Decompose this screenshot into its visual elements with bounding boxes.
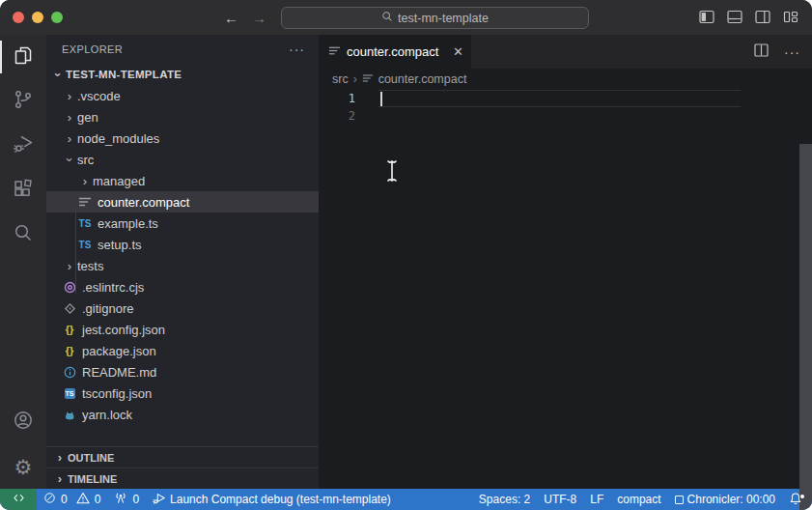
activity-settings[interactable]: ⚙: [0, 444, 46, 489]
chevron-down-icon: ›: [51, 67, 66, 82]
toggle-secondary-sidebar-icon[interactable]: [755, 10, 770, 28]
tree-item-label: setup.ts: [98, 238, 142, 252]
code-editor[interactable]: 1 2: [319, 90, 812, 489]
tree-item-label: package.json: [82, 344, 156, 358]
tab-counter-compact[interactable]: counter.compact ✕: [319, 35, 471, 69]
tree-item-label: gen: [77, 110, 98, 125]
warning-icon: [76, 492, 90, 507]
tree-item-label: tsconfig.json: [82, 386, 152, 401]
list-file-icon: [77, 195, 93, 209]
explorer-header: EXPLORER ···: [46, 35, 319, 64]
eol-item[interactable]: LF: [583, 489, 610, 510]
tree-item-label: managed: [93, 174, 145, 188]
json-icon: {}: [62, 345, 77, 356]
json-icon: {}: [62, 324, 77, 335]
debug-launch-label: Launch Compact debug (test-mn-template): [170, 493, 391, 506]
indentation-item[interactable]: Spaces: 2: [472, 489, 537, 510]
tree-root-test-mn-template[interactable]: › TEST-MN-TEMPLATE: [46, 64, 319, 85]
tree-item-label: jest.config.json: [82, 323, 165, 337]
yarn-icon: [62, 409, 77, 421]
activity-explorer[interactable]: [0, 35, 46, 79]
tree-item-label: .vscode: [77, 89, 121, 103]
tree-item-managed[interactable]: › managed: [46, 170, 319, 191]
close-window-button[interactable]: [13, 12, 24, 23]
settings-gear-icon: ⚙: [14, 457, 33, 477]
tree-item-gitignore[interactable]: .gitignore: [46, 298, 319, 319]
tree-item-node-modules[interactable]: › node_modules: [46, 128, 319, 149]
tree-item-src[interactable]: › src: [46, 149, 319, 170]
activity-extensions[interactable]: [0, 168, 46, 212]
activity-source-control[interactable]: [0, 79, 46, 124]
eol-label: LF: [590, 493, 603, 506]
minimize-window-button[interactable]: [32, 12, 43, 23]
toggle-panel-icon[interactable]: [727, 10, 742, 28]
tree-item-jest-config[interactable]: {} jest.config.json: [46, 319, 319, 340]
ports-count: 0: [132, 493, 139, 506]
command-center-search[interactable]: test-mn-template: [281, 7, 589, 29]
ports-indicator[interactable]: 0: [107, 489, 146, 510]
vscode-window: ← → test-mn-template: [0, 0, 812, 510]
forward-button[interactable]: →: [252, 10, 266, 26]
editor-scrollbar[interactable]: [799, 144, 812, 510]
run-debug-icon: [12, 132, 35, 159]
tree-item-eslintrc[interactable]: .eslintrc.cjs: [46, 276, 319, 298]
chevron-right-icon: ›: [77, 174, 93, 188]
source-control-icon: [12, 88, 35, 115]
activity-accounts[interactable]: [0, 400, 46, 444]
chronicler-item[interactable]: Chronicler: 00:00: [668, 489, 782, 510]
search-icon: [12, 221, 35, 248]
more-actions-icon[interactable]: ···: [784, 44, 800, 60]
notification-dot: [800, 495, 804, 498]
tree-item-tsconfig[interactable]: TS tsconfig.json: [46, 382, 319, 404]
encoding-item[interactable]: UTF-8: [537, 489, 583, 510]
status-bar: 0 0 0 Launch Compact debug (test-mn-temp…: [0, 489, 812, 510]
toggle-primary-sidebar-icon[interactable]: [699, 10, 714, 28]
tree-item-gen[interactable]: › gen: [46, 106, 319, 128]
remote-indicator[interactable]: [0, 489, 37, 510]
tree-item-setup-ts[interactable]: TS setup.ts: [46, 234, 319, 255]
customize-layout-icon[interactable]: [783, 10, 798, 28]
chevron-right-icon: ›: [62, 131, 77, 146]
breadcrumb-folder[interactable]: src: [332, 72, 349, 86]
tree-item-counter-compact[interactable]: counter.compact: [46, 191, 319, 212]
zoom-window-button[interactable]: [51, 12, 63, 23]
history-nav: ← →: [224, 10, 266, 26]
debug-alt-icon: [153, 492, 166, 507]
notifications-item[interactable]: [782, 492, 812, 508]
tree-item-tests[interactable]: › tests: [46, 255, 319, 276]
split-editor-icon[interactable]: [754, 43, 769, 61]
explorer-title: EXPLORER: [62, 43, 123, 55]
warning-count: 0: [95, 493, 101, 506]
tree-item-readme[interactable]: README.md: [46, 361, 319, 382]
debug-launch-item[interactable]: Launch Compact debug (test-mn-template): [146, 489, 398, 510]
line-number: 1: [319, 90, 363, 107]
outline-section-header[interactable]: › OUTLINE: [46, 446, 319, 468]
traffic-lights: [13, 12, 63, 23]
activity-search[interactable]: [0, 212, 46, 257]
chevron-right-icon: ›: [52, 471, 68, 486]
close-tab-icon[interactable]: ✕: [453, 44, 463, 59]
language-mode-item[interactable]: compact: [610, 489, 667, 510]
breadcrumb-file[interactable]: counter.compact: [378, 72, 467, 86]
breadcrumb: src › counter.compact: [319, 69, 812, 90]
tree-item-package-json[interactable]: {} package.json: [46, 340, 319, 361]
extensions-icon: [12, 177, 35, 204]
tree-item-yarn-lock[interactable]: yarn.lock: [46, 404, 319, 425]
explorer-more-actions[interactable]: ···: [289, 42, 305, 57]
timeline-section-header[interactable]: › TIMELINE: [46, 468, 319, 489]
chevron-right-icon: ›: [62, 110, 77, 125]
error-count: 0: [61, 493, 68, 506]
accounts-icon: [12, 409, 35, 436]
activity-run-debug[interactable]: [0, 124, 46, 168]
editor-actions: ···: [754, 35, 800, 69]
tree-item-vscode[interactable]: › .vscode: [46, 85, 319, 106]
problems-indicator[interactable]: 0 0: [37, 489, 107, 510]
back-button[interactable]: ←: [224, 10, 238, 26]
tree-item-example-ts[interactable]: TS example.ts: [46, 212, 319, 234]
layout-controls: [699, 10, 798, 28]
tree-item-label: yarn.lock: [82, 408, 132, 422]
chevron-right-icon: ›: [353, 72, 357, 86]
chevron-right-icon: ›: [62, 89, 77, 103]
tab-strip: counter.compact ✕ ···: [319, 35, 812, 69]
tree-root-label: TEST-MN-TEMPLATE: [66, 69, 182, 80]
